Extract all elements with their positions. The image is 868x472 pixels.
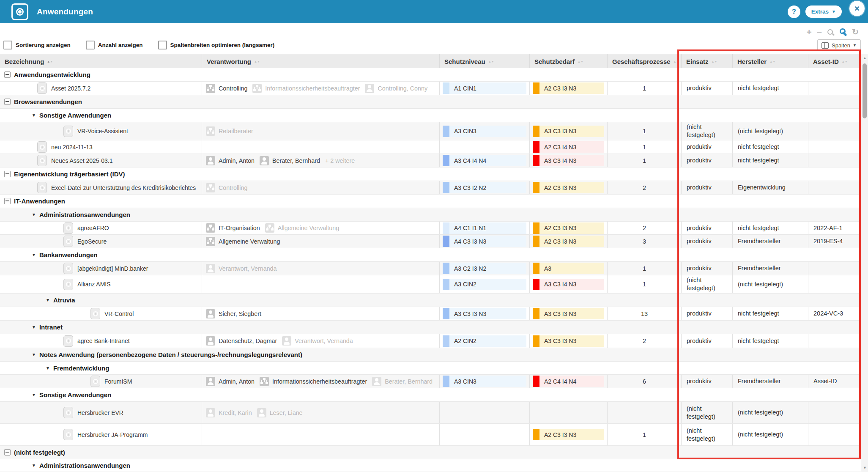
checkbox-sortierung[interactable]: Sortierung anzeigen [3, 41, 71, 49]
checkbox-icon[interactable] [3, 41, 12, 49]
group-row[interactable]: ▼Fremdentwicklung [0, 362, 861, 375]
group-row[interactable]: Browseranwendungen [0, 95, 861, 109]
collapse-triangle-icon[interactable]: ▼ [32, 325, 36, 329]
cell-schutzniveau: A3 C3 I3 N3 [440, 307, 530, 320]
sort-arrows-icon[interactable]: ▲▼ [674, 60, 679, 63]
column-header-einsatz[interactable]: Einsatz ▲▼ [682, 54, 733, 69]
wrench-icon[interactable] [839, 28, 847, 36]
sort-arrows-icon[interactable]: ▲▼ [712, 60, 717, 63]
table-row[interactable]: agreeAFROIT-OrganisationAllgemeine Verwa… [0, 222, 861, 235]
cell-einsatz: produktiv [682, 222, 733, 234]
collapse-triangle-icon[interactable]: ▼ [32, 113, 36, 118]
group-row[interactable]: ▼Atruvia [0, 294, 861, 307]
checkbox-spaltenbreiten[interactable]: Spaltenbreiten optimieren (langsamer) [158, 41, 275, 49]
collapse-minus-icon[interactable] [4, 71, 11, 78]
cell-verantwortung [202, 424, 440, 445]
scroll-up-icon[interactable]: ▲ [861, 56, 868, 60]
checkbox-icon[interactable] [86, 41, 95, 49]
column-header-verantwortung[interactable]: Verantwortung ▲▼ [202, 54, 440, 69]
cell-geschaeftsprozesse: 13 [608, 307, 682, 320]
sort-arrows-icon[interactable]: ▲▼ [769, 60, 775, 63]
refresh-icon[interactable]: ↻ [852, 28, 859, 36]
sort-arrows-icon[interactable]: ▲▼ [578, 60, 583, 63]
table-row[interactable]: EgoSecureAllgemeine VerwaltungA4 C3 I3 N… [0, 235, 861, 248]
table-row[interactable]: VR-Voice-AssistentRetailberaterA3 CIN3A3… [0, 122, 861, 140]
collapse-minus-icon[interactable] [4, 198, 11, 204]
group-row[interactable]: ▼Administrationsanwendungen [0, 459, 861, 472]
table-row[interactable]: VR-ControlSicher, SiegbertA3 C3 I3 N3A3 … [0, 307, 861, 321]
collapse-triangle-icon[interactable]: ▼ [32, 212, 36, 217]
cell-schutzniveau: A3 CIN2 [440, 275, 530, 293]
cell-schutzniveau: A3 CIN3 [440, 375, 530, 388]
cell-bezeichnung: ForumISM [0, 375, 202, 388]
vertical-scrollbar[interactable]: ▲ ▼ [861, 54, 868, 472]
cell-verantwortung: Allgemeine Verwaltung [202, 235, 440, 248]
cell-schutzbedarf: A2 C4 I4 N4 [530, 375, 608, 388]
collapse-all-icon[interactable]: − [817, 28, 822, 36]
schutzbedarf-label: A2 C4 I4 N4 [539, 376, 604, 387]
group-row[interactable]: Anwendungsentwicklung [0, 68, 861, 82]
collapse-triangle-icon[interactable]: ▼ [32, 463, 36, 468]
collapse-triangle-icon[interactable]: ▼ [32, 352, 36, 357]
collapse-triangle-icon[interactable]: ▼ [32, 392, 36, 397]
scroll-down-icon[interactable]: ▼ [861, 466, 868, 470]
expand-all-icon[interactable]: + [807, 28, 812, 36]
help-button[interactable]: ? [788, 5, 800, 18]
group-row[interactable]: ▼Intranet [0, 321, 861, 334]
collapse-triangle-icon[interactable]: ▼ [32, 252, 36, 257]
group-row[interactable]: ▼Bankanwendungen [0, 248, 861, 262]
table-row[interactable]: Neues Asset 2025-03.1Admin, AntonBerater… [0, 154, 861, 167]
person-icon [206, 156, 215, 165]
person-icon [372, 377, 381, 386]
search-icon[interactable] [827, 29, 834, 36]
group-row[interactable]: ▼Notes Anwendung (personenbezogene Daten… [0, 348, 861, 362]
extras-button[interactable]: Extras▼ [805, 5, 842, 18]
column-header-prozesse[interactable]: Geschäftsprozesse ▲▼ [608, 54, 682, 69]
group-row[interactable]: ▼Administrationsanwendungen [0, 208, 861, 222]
group-label: Sonstige Anwendungen [39, 112, 111, 119]
spalten-button[interactable]: Spalten ▼ [817, 39, 861, 51]
sort-arrows-icon[interactable]: ▲▼ [842, 60, 848, 63]
sort-arrows-icon[interactable]: ▲▼ [254, 60, 260, 63]
group-label: Atruvia [53, 296, 75, 304]
column-header-asset_id[interactable]: Asset-ID ▲▼ [808, 54, 861, 69]
sort-arrows-icon[interactable]: ▲▼ [47, 60, 53, 63]
sort-arrows-icon[interactable]: ▲▼ [488, 60, 494, 63]
schutzniveau-label: A3 C4 I4 N4 [449, 155, 526, 166]
collapse-triangle-icon[interactable]: ▼ [46, 298, 50, 302]
application-icon [63, 407, 73, 418]
table-row[interactable]: ForumISMAdmin, AntonInformationssicherhe… [0, 375, 861, 388]
collapse-minus-icon[interactable] [4, 171, 11, 177]
table-row[interactable]: agree Bank-IntranetDatenschutz, DagmarVe… [0, 334, 861, 348]
schutzniveau-chip: A3 CIN3 [443, 126, 526, 137]
scrollbar-thumb[interactable] [863, 63, 867, 118]
checkbox-anzahl[interactable]: Anzahl anzeigen [86, 41, 143, 49]
table-row[interactable]: Asset 2025.7.2ControllingInformationssic… [0, 82, 861, 95]
column-header-hersteller[interactable]: Hersteller ▲▼ [733, 54, 808, 69]
table-row[interactable]: neu 2024-11-13A2 C3 I4 N31produktivnicht… [0, 140, 861, 154]
collapse-minus-icon[interactable] [4, 449, 11, 456]
cell-verantwortung: Sicher, Siegbert [202, 307, 440, 320]
cell-einsatz: (nicht festgelegt) [682, 122, 733, 140]
group-row[interactable]: Eigenentwicklung trägerbasiert (IDV) [0, 167, 861, 181]
cell-verantwortung: Verantwort, Vernanda [202, 262, 440, 275]
group-row[interactable]: ▼Sonstige Anwendungen [0, 388, 861, 402]
table-row[interactable]: Allianz AMISA3 CIN2A3 C3 I4 N31(nicht fe… [0, 275, 861, 294]
group-row[interactable]: (nicht festgelegt) [0, 446, 861, 459]
close-icon[interactable]: ✕ [849, 1, 865, 16]
collapse-triangle-icon[interactable]: ▼ [46, 366, 50, 370]
cell-hersteller: Fremdhersteller [733, 262, 808, 275]
table-row[interactable]: Excel-Datei zur Unterstützung des Kredit… [0, 181, 861, 195]
group-row[interactable]: IT-Anwendungen [0, 195, 861, 208]
checkbox-icon[interactable] [158, 41, 167, 49]
schutzbedarf-label: A3 C3 I3 N3 [539, 308, 604, 319]
column-header-bezeichnung[interactable]: Bezeichnung ▲▼ [0, 54, 202, 69]
cell-geschaeftsprozesse: 2 [608, 222, 682, 234]
table-row[interactable]: Hersbrucker JA-ProgrammA2 C3 I3 N31(nich… [0, 424, 861, 446]
collapse-minus-icon[interactable] [4, 99, 11, 105]
group-row[interactable]: ▼Sonstige Anwendungen [0, 109, 861, 122]
column-header-schutzniveau[interactable]: Schutzniveau ▲▼ [440, 54, 530, 69]
table-row[interactable]: Hersbrucker EVRKredit, KarinLeser, Liane… [0, 402, 861, 424]
table-row[interactable]: [abgekündigt] MinD.bankerVerantwort, Ver… [0, 262, 861, 275]
column-header-schutzbedarf[interactable]: Schutzbedarf ▲▼ [530, 54, 608, 69]
